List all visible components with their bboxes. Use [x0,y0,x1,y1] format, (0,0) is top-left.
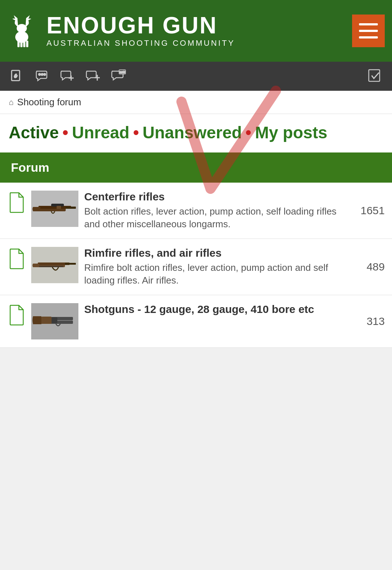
breadcrumb-text: Shooting forum [17,97,81,108]
svg-rect-5 [26,41,28,47]
svg-rect-25 [57,206,61,209]
svg-point-11 [41,74,43,76]
centerfire-desc: Bolt action rifles, lever action, pump a… [84,205,351,231]
rimfire-content: Rimfire rifles, and air rifles Rimfire b… [84,247,357,287]
breadcrumb: ⌂ Shooting forum [0,91,392,114]
hamburger-line-1 [359,23,378,25]
fire-document-icon[interactable] [7,67,26,86]
dot-2: • [133,123,139,142]
deer-logo-icon [7,15,40,47]
centerfire-doc-icon [7,192,25,215]
rimfire-title[interactable]: Rimfire rifles, and air rifles [84,247,357,259]
svg-rect-2 [17,41,20,47]
tab-unanswered[interactable]: Unanswered [143,123,242,142]
forum-item-rimfire[interactable]: Rimfire rifles, and air rifles Rimfire b… [0,239,392,295]
forum-section-header: Forum [0,152,392,183]
svg-point-8 [23,27,25,28]
svg-rect-35 [41,317,52,324]
logo-area: ENOUGH GUN AUSTRALIAN SHOOTING COMMUNITY [7,14,235,48]
svg-rect-4 [23,41,25,47]
svg-rect-29 [65,263,76,265]
shotguns-count: 313 [367,315,385,327]
filter-tabs-row: Active • Unread • Unanswered • My posts [9,123,383,142]
site-header: ENOUGH GUN AUSTRALIAN SHOOTING COMMUNITY [0,0,392,62]
dot-3: • [245,123,251,142]
home-icon[interactable]: ⌂ [9,98,13,107]
svg-point-10 [39,74,41,76]
rimfire-count: 489 [367,261,385,273]
shotguns-doc-icon [7,305,25,327]
new-badge-icon[interactable]: new [109,67,128,86]
svg-rect-34 [33,316,41,324]
svg-point-12 [44,74,46,76]
filter-tabs: Active • Unread • Unanswered • My posts [0,114,392,152]
dot-1: • [62,123,68,142]
hamburger-button[interactable] [352,15,385,47]
rimfire-doc-icon [7,248,25,271]
svg-text:new: new [119,70,125,74]
hamburger-line-2 [359,30,378,32]
centerfire-thumb [31,191,78,227]
tab-unread[interactable]: Unread [72,123,129,142]
site-title: ENOUGH GUN [46,14,235,37]
forum-list: Centerfire rifles Bolt action rifles, le… [0,183,392,348]
rimfire-thumb [31,247,78,283]
mark-read-icon[interactable] [366,67,385,86]
svg-rect-30 [38,266,63,267]
centerfire-title[interactable]: Centerfire rifles [84,191,351,203]
forum-item-shotguns[interactable]: Shotguns - 12 gauge, 28 gauge, 410 bore … [0,295,392,348]
shotguns-title[interactable]: Shotguns - 12 gauge, 28 gauge, 410 bore … [84,303,357,315]
site-subtitle: AUSTRALIAN SHOOTING COMMUNITY [46,38,235,48]
shotguns-thumb [31,303,78,339]
svg-rect-28 [38,262,70,265]
forum-section-title: Forum [11,160,49,174]
toolbar-left: new [7,67,128,86]
svg-rect-36 [52,317,57,323]
svg-point-6 [20,30,24,32]
rimfire-desc: Rimfire bolt action rifles, lever action… [84,261,357,287]
chat-icon[interactable] [33,67,52,86]
new-topic-icon[interactable] [58,67,77,86]
svg-point-7 [19,27,20,28]
shotguns-content: Shotguns - 12 gauge, 28 gauge, 410 bore … [84,303,357,318]
toolbar: new [0,62,392,91]
svg-rect-23 [66,207,76,209]
centerfire-count: 1651 [360,204,385,217]
svg-rect-3 [20,41,23,47]
hamburger-line-3 [359,36,378,38]
reply-icon[interactable] [83,67,102,86]
logo-text: ENOUGH GUN AUSTRALIAN SHOOTING COMMUNITY [46,14,235,48]
tab-active[interactable]: Active [9,123,59,142]
svg-rect-19 [369,70,380,81]
centerfire-content: Centerfire rifles Bolt action rifles, le… [84,191,351,231]
forum-item-centerfire[interactable]: Centerfire rifles Bolt action rifles, le… [0,183,392,239]
tab-myposts[interactable]: My posts [255,123,327,142]
